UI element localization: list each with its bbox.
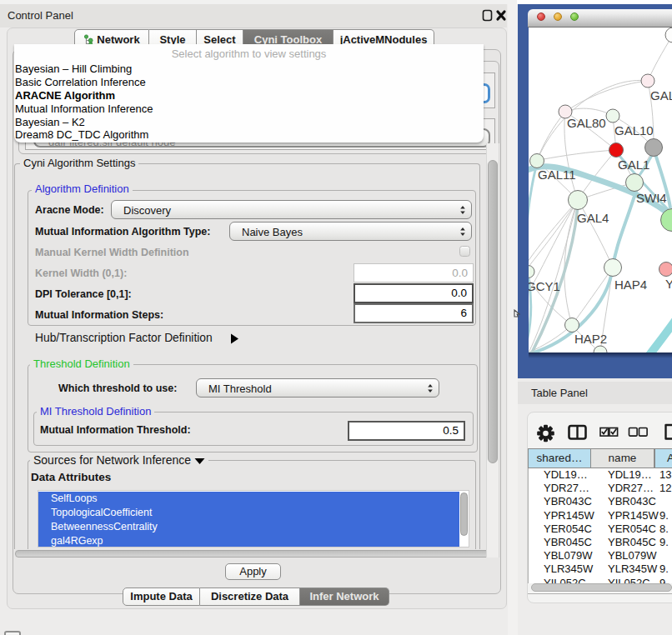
svg-text:Y: Y xyxy=(665,277,672,291)
svg-text:HAP2: HAP2 xyxy=(574,332,607,346)
svg-text:GCY1: GCY1 xyxy=(529,279,560,293)
svg-text:GAL10: GAL10 xyxy=(614,123,654,138)
svg-text:GAL11: GAL11 xyxy=(538,168,576,182)
svg-text:GAL: GAL xyxy=(650,88,672,102)
svg-text:GAL4: GAL4 xyxy=(577,211,609,225)
svg-text:GAL1: GAL1 xyxy=(618,158,649,172)
svg-text:HAP4: HAP4 xyxy=(614,278,647,292)
svg-text:SWI4: SWI4 xyxy=(636,191,667,205)
svg-text:GAL80: GAL80 xyxy=(567,116,606,130)
